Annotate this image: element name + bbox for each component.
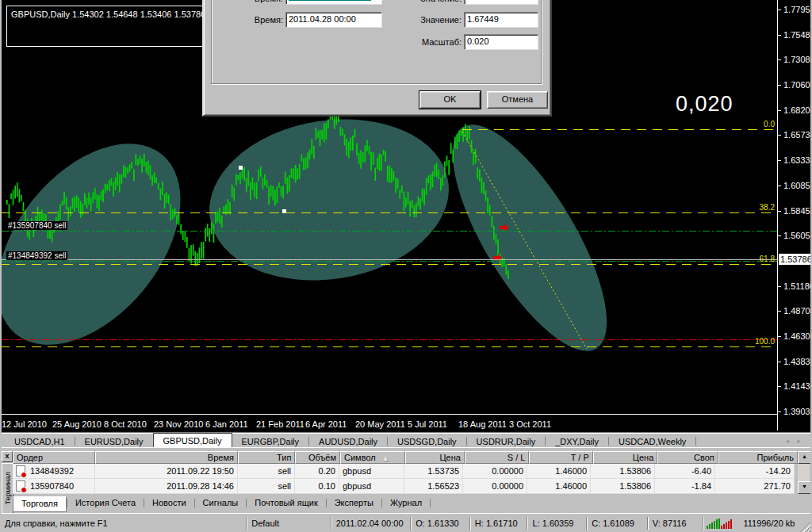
order-cell-1: 135907840 [13, 479, 95, 494]
scale-field[interactable]: 0.020 [464, 34, 538, 50]
column-header-7[interactable]: S / L [465, 451, 529, 464]
cell-value: 1.56523 [427, 479, 459, 493]
order-open-line[interactable] [2, 261, 777, 262]
order-cell-5: gbpusd [339, 479, 404, 494]
sort-ascending-icon: ▲ [382, 454, 389, 462]
chart-tab-audusd-daily[interactable]: AUDUSD,Daily [309, 435, 387, 448]
order-cell-6: 1.56523 [404, 479, 463, 494]
chart-tab-usdrur-daily[interactable]: USDRUR,Daily [467, 435, 546, 448]
chart-title: GBPUSD,Daily 1.54302 1.54648 1.53406 1.5… [7, 6, 202, 22]
column-header-1[interactable]: Ордер [13, 451, 95, 464]
close-icon[interactable]: x [2, 451, 13, 462]
time-label: Время: [251, 15, 283, 25]
column-header-6[interactable]: Цена [405, 451, 464, 464]
column-header-11[interactable]: Прибыль [718, 451, 798, 464]
chart-tab-eurgbp-daily[interactable]: EURGBP,Daily [232, 435, 309, 448]
scroll-up-icon[interactable]: ▲ [798, 451, 811, 464]
date-tick-label: 23 Nov 2010 [154, 419, 203, 429]
tab-scroll-arrows[interactable]: ◂ ▸ [785, 437, 804, 445]
terminal-side-tab[interactable]: Терминал [2, 463, 13, 514]
object-anchor[interactable] [239, 166, 243, 170]
cell-value: 1.53806 [619, 464, 651, 478]
value-label: Значение: [418, 15, 462, 25]
column-header-8[interactable]: T / P [529, 451, 592, 464]
price-tick-label: 1.77955 [783, 5, 812, 14]
cell-value: 1.53735 [427, 464, 459, 478]
terminal-tab-6[interactable]: Эксперты [327, 496, 381, 510]
order-cell-2: 2011.09.28 14:46 [95, 479, 238, 494]
price-tick-mark [778, 311, 781, 312]
column-header-9[interactable]: Цена [593, 451, 657, 464]
terminal-tab-7[interactable]: Журнал [382, 496, 430, 510]
price-tick-mark [778, 386, 781, 387]
chart-tab-usdcad-h1[interactable]: USDCAD,H1 [5, 435, 75, 448]
column-header-2[interactable]: Время [95, 451, 238, 464]
order-cell-9: 1.53806 [591, 479, 655, 494]
cell-value: 1.46000 [555, 464, 587, 478]
fib-level-line[interactable] [462, 129, 776, 130]
sell-order-icon [16, 480, 25, 492]
connection-bars-icon [707, 519, 732, 529]
order-row[interactable]: 1359078402011.09.28 14:46sell0.10gbpusd1… [13, 479, 798, 494]
price-tick-mark [778, 110, 781, 111]
cell-value: 134849392 [30, 464, 74, 478]
terminal-tab-2[interactable]: История Счета [67, 496, 144, 510]
value-field[interactable]: 1.67449 [464, 12, 538, 28]
cell-value: 1.53806 [619, 479, 651, 493]
cell-value: 0.00000 [492, 464, 523, 478]
order-cell-5: gbpusd [339, 464, 404, 479]
fib-level-line[interactable] [0, 264, 776, 265]
order-open-line[interactable] [2, 231, 777, 232]
price-tick-label: 1.43830 [783, 357, 812, 366]
time-field[interactable]: 2011.04.28 00:00 [285, 12, 382, 28]
order-cell-2: 2011.09.22 19:50 [95, 464, 238, 479]
status-ohlcv-1: O: 1.61330 [411, 517, 469, 530]
cell-value: 2011.09.28 14:46 [167, 479, 234, 493]
terminal-tab-3[interactable]: Новости [144, 496, 194, 510]
column-header-4[interactable]: Объём [295, 451, 340, 464]
column-header-3[interactable]: Тип [238, 451, 296, 464]
date-tick-label: 20 May 2011 [355, 419, 405, 429]
terminal-tab-1[interactable]: Торговля [13, 496, 67, 512]
ellipse-object[interactable] [197, 102, 461, 297]
order-row[interactable]: 1348493922011.09.22 19:50sell0.20gbpusd1… [13, 464, 798, 479]
scroll-down-icon[interactable]: ▼ [798, 481, 811, 494]
terminal-tab-5[interactable]: Почтовый ящик [247, 496, 325, 510]
order-cell-8: 1.46000 [527, 479, 591, 494]
date-tick-label: 5 Jul 2011 [408, 419, 447, 429]
cancel-button[interactable]: Отмена [487, 91, 548, 109]
order-chart-label: #135907840 sell [6, 221, 67, 230]
cell-value: 0.10 [319, 479, 335, 493]
price-tick-label: 1.60855 [783, 181, 812, 190]
object-properties-dialog: Время: Значение: Время: 2011.04.28 00:00… [202, 0, 552, 117]
column-header-5[interactable]: Символ▲ [340, 451, 405, 464]
chart-tab-usdsgd-daily[interactable]: USDSGD,Daily [388, 435, 466, 448]
chart-tab-eurusd-daily[interactable]: EURUSD,Daily [75, 435, 153, 448]
value-label-row0: Значение: [418, 0, 462, 4]
fib-level-line[interactable] [0, 346, 776, 347]
cell-value: 1.46000 [555, 479, 587, 493]
value-field-row0[interactable] [464, 0, 538, 5]
tab-separator [695, 437, 696, 446]
chart-tab-usdcad-weekly[interactable]: USDCAD,Weekly [609, 435, 695, 448]
ellipse-objects[interactable] [0, 102, 635, 379]
terminal-tab-bar: ТорговляИстория СчетаНовостиСигналыПочто… [13, 496, 431, 512]
chart-tab-gbpusd-daily[interactable]: GBPUSD,Daily [153, 433, 232, 448]
fib-level-line[interactable] [0, 212, 776, 213]
column-header-10[interactable]: Своп [657, 451, 718, 464]
table-scrollbar[interactable]: ▲ ▼ [798, 451, 810, 494]
price-tick-mark [778, 336, 781, 337]
price-tick-mark [778, 211, 781, 212]
status-profile[interactable]: Default [247, 517, 330, 530]
terminal-tab-4[interactable]: Сигналы [195, 496, 247, 510]
chart-tab--dxy-daily[interactable]: _DXY,Daily [546, 435, 608, 448]
time-field-row0[interactable] [285, 0, 382, 5]
order-cell-4: 0.10 [295, 479, 339, 494]
order-cell-10: -1.84 [655, 479, 715, 494]
ellipse-object[interactable] [424, 104, 635, 372]
status-ohlcv-5: V: 87116 [648, 517, 703, 530]
ok-button[interactable]: OK [419, 91, 481, 109]
take-profit-line[interactable] [2, 339, 777, 340]
date-tick-label: 12 Jul 2010 [2, 419, 47, 429]
fib-level-label: 38.2 [760, 203, 775, 212]
